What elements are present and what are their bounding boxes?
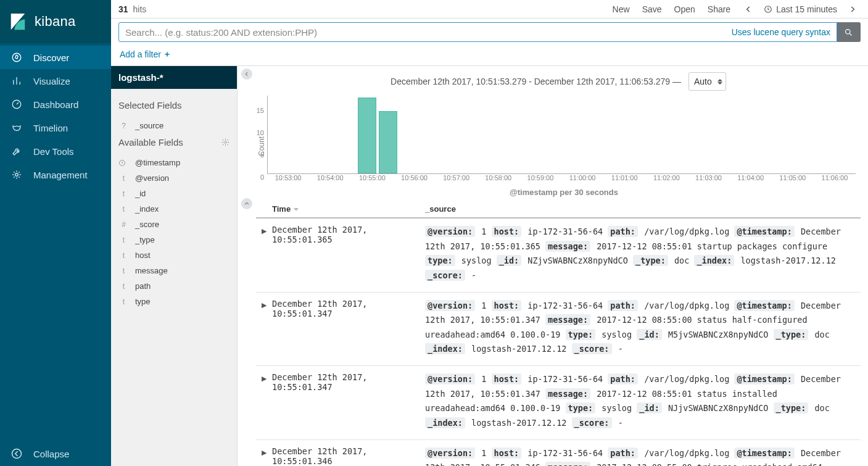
field-key: _id:	[637, 402, 662, 414]
field-item[interactable]: thost	[118, 248, 229, 263]
chevron-up-icon	[244, 201, 250, 207]
nav-item-timelion[interactable]: Timelion	[0, 116, 111, 139]
chevron-left-icon	[244, 71, 250, 77]
col-header-time[interactable]: Time	[272, 204, 425, 214]
field-key: _type:	[774, 402, 809, 414]
field-key: path:	[608, 300, 638, 311]
brand-logo[interactable]: kibana	[0, 0, 111, 43]
field-type-icon: t	[118, 174, 129, 183]
field-key: _score:	[425, 270, 465, 281]
field-key: @timestamp:	[734, 226, 794, 237]
field-type-icon: t	[118, 189, 129, 198]
svg-point-6	[225, 141, 226, 143]
field-type-icon: ?	[118, 122, 129, 130]
y-tick: 0	[260, 173, 264, 181]
nav-item-dev-tools[interactable]: Dev Tools	[0, 139, 111, 163]
field-item[interactable]: t_id	[118, 186, 229, 201]
field-item[interactable]: tmessage	[118, 263, 229, 278]
expand-doc-button[interactable]: ▶	[256, 446, 272, 467]
searchbar: Uses lucene query syntax	[111, 19, 868, 46]
chart-range-label: December 12th 2017, 10:51:53.279 - Decem…	[391, 77, 681, 86]
field-type-icon: t	[118, 282, 129, 291]
search-box[interactable]: Uses lucene query syntax	[118, 22, 837, 42]
selected-fields-title: Selected Fields	[118, 100, 229, 110]
nav-item-management[interactable]: Management	[0, 163, 111, 186]
collapse-button[interactable]: Collapse	[0, 441, 111, 466]
field-key: type:	[566, 402, 596, 414]
field-key: message:	[545, 462, 590, 466]
search-button[interactable]	[837, 22, 861, 42]
gauge-icon	[11, 99, 22, 110]
available-fields-title: Available Fields	[118, 137, 183, 148]
top-link-new[interactable]: New	[606, 4, 636, 14]
field-name: message	[135, 266, 229, 275]
x-tick: 11:05:00	[779, 174, 806, 181]
x-axis-label: @timestamp per 30 seconds	[267, 188, 861, 197]
expand-doc-button[interactable]: ▶	[256, 372, 272, 431]
plot-area[interactable]: 051015	[267, 96, 856, 174]
field-key: path:	[608, 373, 638, 385]
top-link-share[interactable]: Share	[701, 4, 737, 14]
time-next-button[interactable]	[845, 5, 861, 14]
hits-count: 31	[118, 4, 128, 14]
field-key: @timestamp:	[734, 373, 794, 385]
field-key: _index:	[694, 255, 734, 266]
lucene-hint-link[interactable]: Uses lucene query syntax	[732, 27, 830, 37]
field-type-icon: t	[118, 267, 129, 275]
field-item[interactable]: ?_source	[118, 118, 229, 133]
nav-item-dashboard[interactable]: Dashboard	[0, 93, 111, 116]
field-name: _score	[135, 220, 229, 229]
field-type-icon: #	[118, 220, 129, 229]
nav-item-label: Dashboard	[33, 99, 78, 110]
mask-icon	[11, 122, 22, 133]
search-icon	[844, 28, 853, 37]
brand-name: kibana	[35, 14, 76, 30]
field-type-icon: t	[118, 297, 129, 306]
field-name: path	[135, 281, 229, 291]
interval-select[interactable]: Auto	[688, 72, 726, 91]
field-item[interactable]: t_index	[118, 201, 229, 217]
field-key: _score:	[572, 343, 612, 354]
field-item[interactable]: #_score	[118, 217, 229, 232]
nav-item-discover[interactable]: Discover	[0, 46, 111, 69]
x-tick: 11:03:00	[695, 174, 722, 181]
field-key: host:	[492, 373, 522, 385]
add-filter-button[interactable]: Add a filter	[120, 49, 171, 59]
index-pattern-header[interactable]: logstash-*	[111, 66, 237, 89]
field-key: _type:	[633, 255, 668, 266]
expand-doc-button[interactable]: ▶	[256, 225, 272, 283]
gear-icon	[11, 169, 22, 180]
top-link-save[interactable]: Save	[636, 4, 668, 14]
time-prev-button[interactable]	[740, 5, 756, 14]
field-key: _index:	[425, 417, 465, 428]
field-key: host:	[492, 300, 522, 311]
nav-item-label: Management	[33, 170, 88, 180]
search-input[interactable]	[125, 27, 727, 38]
doc-row: ▶ December 12th 2017, 10:55:01.365 @vers…	[256, 218, 861, 293]
compass-icon	[11, 52, 22, 63]
field-key: message:	[545, 241, 590, 252]
histogram-bar[interactable]	[379, 111, 397, 173]
fields-settings-button[interactable]	[221, 138, 229, 146]
histogram-chart[interactable]: Count 051015 10:53:0010:54:0010:55:0010:…	[256, 92, 861, 197]
field-item[interactable]: tpath	[118, 278, 229, 294]
collapse-chart-button[interactable]	[241, 198, 252, 209]
top-link-open[interactable]: Open	[668, 4, 701, 14]
field-name: _source	[135, 121, 229, 130]
field-key: path:	[608, 447, 638, 459]
field-item[interactable]: ttype	[118, 294, 229, 309]
doc-source: @version: 1 host: ip-172-31-56-64 path: …	[425, 372, 861, 431]
histogram-bar[interactable]	[358, 98, 376, 173]
nav-item-label: Discover	[33, 52, 69, 63]
field-item[interactable]: t_type	[118, 232, 229, 248]
expand-doc-button[interactable]: ▶	[256, 299, 272, 357]
col-header-source[interactable]: _source	[425, 204, 861, 214]
field-item[interactable]: @timestamp	[118, 155, 229, 170]
chevron-right-icon	[848, 5, 857, 14]
add-filter-label: Add a filter	[120, 49, 161, 59]
nav-item-visualize[interactable]: Visualize	[0, 69, 111, 93]
field-item[interactable]: t@version	[118, 170, 229, 186]
timepicker[interactable]: Last 15 minutes	[760, 4, 841, 14]
collapse-fields-button[interactable]	[241, 69, 252, 80]
nav-list: DiscoverVisualizeDashboardTimelionDev To…	[0, 43, 111, 441]
